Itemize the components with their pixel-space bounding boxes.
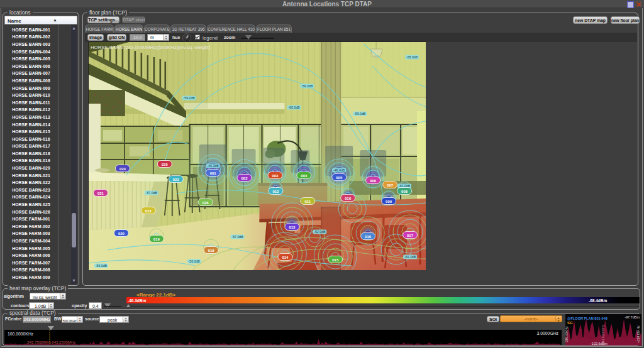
svg-text:-57.0dB: -57.0dB bbox=[231, 235, 243, 239]
svg-text:005: 005 bbox=[336, 176, 343, 180]
svg-text:007: 007 bbox=[387, 183, 394, 187]
svg-text:-59.0dB: -59.0dB bbox=[184, 96, 196, 100]
svg-text:009: 009 bbox=[386, 200, 392, 204]
svg-text:025: 025 bbox=[162, 163, 169, 166]
svg-text:013: 013 bbox=[289, 226, 296, 229]
svg-text:018: 018 bbox=[208, 249, 215, 253]
svg-text:017: 017 bbox=[407, 234, 414, 237]
svg-text:021: 021 bbox=[97, 192, 104, 195]
svg-text:004: 004 bbox=[301, 174, 308, 178]
svg-text:-58.0dB: -58.0dB bbox=[406, 55, 418, 59]
svg-text:006: 006 bbox=[370, 179, 377, 183]
svg-text:008: 008 bbox=[401, 190, 408, 193]
svg-text:+269.09KHz: +269.09KHz bbox=[636, 325, 640, 343]
svg-text:026: 026 bbox=[203, 201, 209, 205]
svg-text:014: 014 bbox=[282, 256, 289, 259]
svg-text:-51.1dB: -51.1dB bbox=[404, 255, 416, 259]
svg-text:024: 024 bbox=[119, 167, 126, 171]
svg-text:-59.0dB: -59.0dB bbox=[301, 84, 313, 88]
svg-text:-56.0dB: -56.0dB bbox=[96, 264, 108, 268]
svg-text:010: 010 bbox=[345, 197, 352, 200]
svg-text:SG: SG bbox=[567, 321, 573, 325]
svg-text:019: 019 bbox=[153, 237, 160, 241]
svg-text:015: 015 bbox=[332, 258, 339, 262]
svg-text:-57.0dB: -57.0dB bbox=[146, 191, 158, 195]
svg-text:012: 012 bbox=[272, 190, 279, 193]
svg-text:243.0000MHz: 243.0000MHz bbox=[601, 324, 605, 344]
svg-text:011: 011 bbox=[305, 200, 311, 204]
svg-text:-269.09KHz: -269.09KHz bbox=[565, 326, 569, 343]
svg-text:-59.0dB: -59.0dB bbox=[354, 112, 366, 116]
svg-text:020: 020 bbox=[118, 232, 125, 236]
svg-text:-56.0dB: -56.0dB bbox=[189, 259, 201, 263]
svg-text:-60.0dB: -60.0dB bbox=[288, 106, 300, 109]
svg-text:003: 003 bbox=[272, 174, 279, 178]
svg-text:-46.3dB: -46.3dB bbox=[208, 164, 219, 168]
svg-text:016: 016 bbox=[365, 235, 372, 239]
svg-text:-97.7dBm: -97.7dBm bbox=[625, 315, 640, 319]
svg-text:-46.4dB: -46.4dB bbox=[333, 168, 345, 172]
svg-text:022: 022 bbox=[145, 209, 152, 213]
svg-text:023: 023 bbox=[173, 178, 180, 182]
svg-text:-102.6dBm: -102.6dBm bbox=[591, 342, 608, 345]
svg-text:002: 002 bbox=[242, 177, 248, 180]
svg-text:001: 001 bbox=[210, 171, 217, 175]
svg-text:-52.0dB: -52.0dB bbox=[314, 230, 326, 234]
svg-text:@FLOOR PLAN 851-048: @FLOOR PLAN 851-048 bbox=[567, 317, 608, 320]
svg-text:HORSE BARN [243.0000MHz](500KH: HORSE BARN [243.0000MHz](500KHz)[inv.sq.… bbox=[91, 45, 210, 50]
